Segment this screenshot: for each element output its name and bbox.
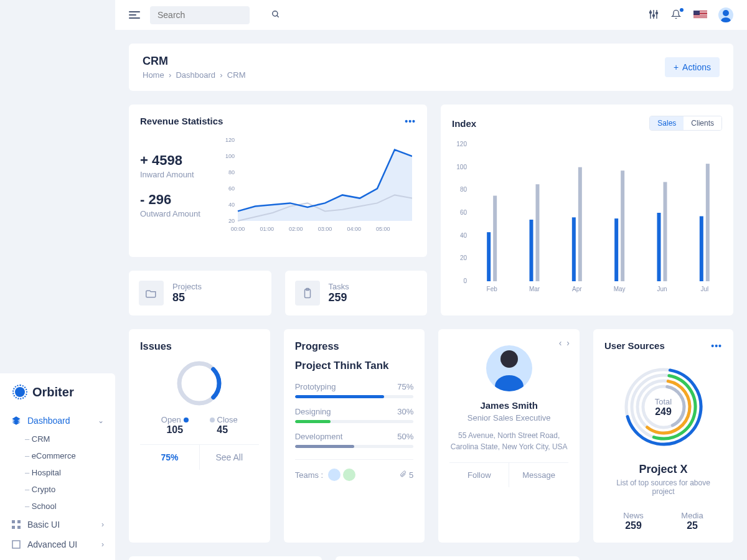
flag-icon[interactable] <box>693 11 707 19</box>
clipboard-icon <box>295 281 320 306</box>
grid-icon <box>11 520 21 530</box>
svg-rect-44 <box>621 170 624 281</box>
search-icon <box>271 10 280 21</box>
progress-item: Prototyping75% <box>295 382 414 398</box>
profile-avatar <box>486 345 532 391</box>
svg-point-5 <box>273 11 278 16</box>
svg-text:100: 100 <box>225 153 235 159</box>
next-icon[interactable]: › <box>566 338 570 348</box>
breadcrumb: Home › Dashboard › CRM <box>143 70 245 80</box>
issues-donut-chart <box>174 358 224 408</box>
svg-text:Jul: Jul <box>700 286 708 292</box>
user-avatar[interactable] <box>718 7 733 22</box>
message-button[interactable]: Message <box>509 463 568 487</box>
svg-text:60: 60 <box>460 209 467 216</box>
sidebar-subitem[interactable]: Crypto <box>0 481 115 498</box>
svg-text:0: 0 <box>463 278 467 284</box>
sidebar-subitem[interactable]: eCommerce <box>0 447 115 464</box>
index-tabs: Sales Clients <box>649 116 722 131</box>
svg-rect-41 <box>578 167 582 281</box>
svg-text:120: 120 <box>456 141 467 147</box>
layers-icon <box>11 416 21 426</box>
progress-item: Development50% <box>295 432 414 448</box>
see-all-button[interactable]: See All <box>200 445 259 470</box>
card-title: Issues <box>140 340 259 352</box>
svg-text:80: 80 <box>460 186 467 193</box>
search-input[interactable] <box>157 10 266 20</box>
svg-line-6 <box>277 15 279 17</box>
sidebar-item-basic-ui[interactable]: Basic UI › <box>0 515 115 534</box>
best-performers-card: Best Performers ••• Image Name Email % T… <box>336 556 580 560</box>
svg-text:40: 40 <box>228 202 235 208</box>
chevron-right-icon: › <box>101 520 104 529</box>
search-box[interactable] <box>150 6 250 24</box>
svg-text:120: 120 <box>225 137 235 143</box>
sidebar-subitem[interactable]: CRM <box>0 431 115 447</box>
folder-icon <box>139 281 164 306</box>
svg-text:Mar: Mar <box>529 286 540 292</box>
bell-icon[interactable] <box>671 9 682 21</box>
page-header: CRM Home › Dashboard › CRM + Actions <box>129 44 733 91</box>
plus-icon: + <box>674 62 679 72</box>
svg-text:00:00: 00:00 <box>231 226 245 232</box>
svg-rect-4 <box>12 541 20 548</box>
sidebar-subitem[interactable]: School <box>0 498 115 515</box>
tasks-stat-card: Tasks 259 <box>285 271 428 315</box>
app-logo[interactable]: Orbiter <box>0 373 115 411</box>
sidebar-item-advanced-ui[interactable]: Advanced UI › <box>0 534 115 554</box>
actions-button[interactable]: + Actions <box>665 57 720 77</box>
follow-button[interactable]: Follow <box>449 463 509 487</box>
svg-point-53 <box>174 358 224 408</box>
svg-text:01:00: 01:00 <box>260 226 274 232</box>
card-title: Progress <box>295 340 414 352</box>
svg-rect-50 <box>706 164 710 281</box>
svg-point-11 <box>653 15 655 17</box>
svg-text:40: 40 <box>460 232 467 239</box>
index-card: Index Sales Clients 020406080100120FebMa… <box>441 105 733 315</box>
svg-rect-37 <box>530 220 533 281</box>
breadcrumb-item[interactable]: Dashboard <box>176 70 215 80</box>
revenue-line-chart: 2040608010012000:0001:0002:0003:0004:000… <box>219 134 416 246</box>
tab-clients[interactable]: Clients <box>684 116 721 130</box>
chevron-down-icon: ⌄ <box>98 416 104 425</box>
svg-text:02:00: 02:00 <box>289 226 303 232</box>
team-avatars <box>328 469 355 481</box>
card-title: Index <box>452 118 476 129</box>
svg-text:20: 20 <box>228 218 235 224</box>
app-name: Orbiter <box>32 385 74 399</box>
progress-card: Progress Project Think Tank Prototyping7… <box>284 329 425 543</box>
svg-rect-38 <box>536 184 540 281</box>
sidebar-item-dashboard[interactable]: Dashboard ⌄ <box>0 411 115 431</box>
prev-icon[interactable]: ‹ <box>559 338 562 348</box>
more-icon[interactable]: ••• <box>405 116 416 126</box>
svg-text:05:00: 05:00 <box>376 226 390 232</box>
svg-text:04:00: 04:00 <box>347 226 361 232</box>
card-title: User Sources <box>604 340 665 351</box>
issues-percent: 75% <box>140 445 200 470</box>
sidebar-subitem[interactable]: Hospital <box>0 464 115 481</box>
box-icon <box>11 539 21 549</box>
svg-rect-47 <box>664 182 667 282</box>
svg-text:Feb: Feb <box>487 286 498 292</box>
breadcrumb-item[interactable]: Home <box>143 70 164 80</box>
svg-text:May: May <box>614 286 626 292</box>
svg-point-10 <box>650 12 652 14</box>
svg-rect-3 <box>17 526 21 529</box>
svg-text:60: 60 <box>228 185 235 192</box>
paperclip-icon <box>399 470 406 480</box>
svg-text:80: 80 <box>228 169 235 175</box>
svg-rect-49 <box>700 217 703 282</box>
logo-icon <box>12 385 27 399</box>
svg-text:03:00: 03:00 <box>318 226 332 232</box>
menu-toggle-icon[interactable] <box>129 9 140 21</box>
svg-rect-34 <box>487 232 491 281</box>
outward-label: Outward Amount <box>140 209 200 218</box>
more-icon[interactable]: ••• <box>711 341 722 351</box>
svg-rect-40 <box>572 217 576 281</box>
progress-item: Designing30% <box>295 407 414 423</box>
issues-card: Issues Open 105 Close 45 75% <box>129 329 270 543</box>
tab-sales[interactable]: Sales <box>650 116 684 130</box>
sources-ring-chart: Total 249 <box>604 363 722 450</box>
svg-rect-46 <box>657 213 661 281</box>
settings-sliders-icon[interactable] <box>649 9 660 21</box>
